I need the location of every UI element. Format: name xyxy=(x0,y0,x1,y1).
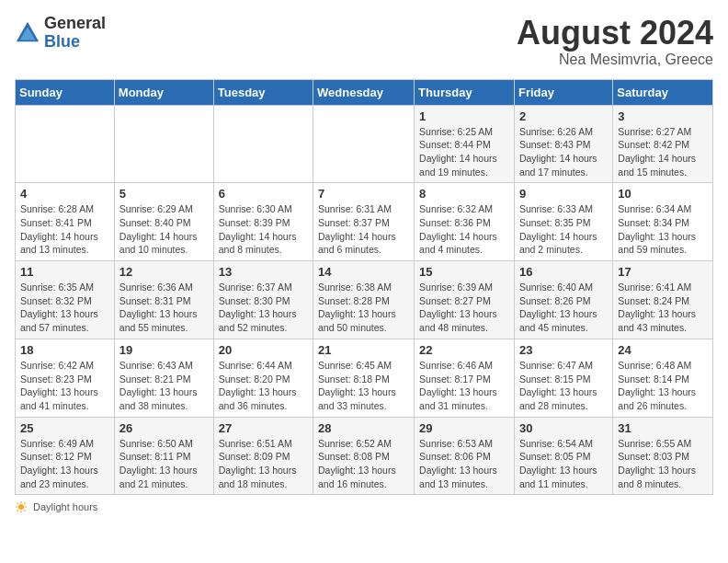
day-number: 17 xyxy=(618,265,708,279)
day-info: Sunrise: 6:38 AM Sunset: 8:28 PM Dayligh… xyxy=(318,281,409,335)
calendar-cell: 7Sunrise: 6:31 AM Sunset: 8:37 PM Daylig… xyxy=(313,183,415,261)
calendar-week-row: 18Sunrise: 6:42 AM Sunset: 8:23 PM Dayli… xyxy=(16,339,713,417)
day-number: 23 xyxy=(519,343,608,357)
day-info: Sunrise: 6:45 AM Sunset: 8:18 PM Dayligh… xyxy=(318,359,409,413)
day-number: 5 xyxy=(119,187,209,201)
day-info: Sunrise: 6:29 AM Sunset: 8:40 PM Dayligh… xyxy=(119,202,209,257)
calendar-table: SundayMondayTuesdayWednesdayThursdayFrid… xyxy=(15,79,713,496)
calendar-cell: 31Sunrise: 6:55 AM Sunset: 8:03 PM Dayli… xyxy=(613,417,713,495)
calendar-cell: 29Sunrise: 6:53 AM Sunset: 8:06 PM Dayli… xyxy=(415,417,515,495)
day-info: Sunrise: 6:39 AM Sunset: 8:27 PM Dayligh… xyxy=(419,281,509,335)
weekday-header-friday: Friday xyxy=(514,79,612,105)
day-info: Sunrise: 6:53 AM Sunset: 8:06 PM Dayligh… xyxy=(419,437,509,491)
calendar-cell: 26Sunrise: 6:50 AM Sunset: 8:11 PM Dayli… xyxy=(114,417,213,495)
calendar-cell: 14Sunrise: 6:38 AM Sunset: 8:28 PM Dayli… xyxy=(313,261,415,339)
weekday-header-thursday: Thursday xyxy=(415,79,515,105)
day-info: Sunrise: 6:41 AM Sunset: 8:24 PM Dayligh… xyxy=(618,281,708,335)
calendar-cell: 10Sunrise: 6:34 AM Sunset: 8:34 PM Dayli… xyxy=(613,183,713,261)
day-number: 20 xyxy=(219,343,308,357)
day-info: Sunrise: 6:43 AM Sunset: 8:21 PM Dayligh… xyxy=(119,359,209,413)
title-block: August 2024 Nea Mesimvria, Greece xyxy=(517,15,713,68)
calendar-cell: 5Sunrise: 6:29 AM Sunset: 8:40 PM Daylig… xyxy=(114,183,213,261)
day-info: Sunrise: 6:44 AM Sunset: 8:20 PM Dayligh… xyxy=(219,359,308,413)
day-info: Sunrise: 6:47 AM Sunset: 8:15 PM Dayligh… xyxy=(519,359,608,413)
footer-note: Daylight hours xyxy=(15,500,713,513)
calendar-cell: 30Sunrise: 6:54 AM Sunset: 8:05 PM Dayli… xyxy=(514,417,612,495)
day-info: Sunrise: 6:35 AM Sunset: 8:32 PM Dayligh… xyxy=(20,281,109,335)
calendar-cell: 9Sunrise: 6:33 AM Sunset: 8:35 PM Daylig… xyxy=(514,183,612,261)
day-info: Sunrise: 6:26 AM Sunset: 8:43 PM Dayligh… xyxy=(519,125,608,179)
calendar-cell: 13Sunrise: 6:37 AM Sunset: 8:30 PM Dayli… xyxy=(213,261,313,339)
calendar-cell: 27Sunrise: 6:51 AM Sunset: 8:09 PM Dayli… xyxy=(213,417,313,495)
day-number: 8 xyxy=(419,187,509,201)
day-number: 28 xyxy=(318,421,409,435)
sun-icon xyxy=(15,500,28,513)
day-number: 24 xyxy=(618,343,708,357)
day-number: 29 xyxy=(419,421,509,435)
day-number: 31 xyxy=(618,421,708,435)
weekday-header-wednesday: Wednesday xyxy=(313,79,415,105)
day-info: Sunrise: 6:34 AM Sunset: 8:34 PM Dayligh… xyxy=(618,202,708,257)
day-info: Sunrise: 6:25 AM Sunset: 8:44 PM Dayligh… xyxy=(419,125,509,179)
calendar-week-row: 25Sunrise: 6:49 AM Sunset: 8:12 PM Dayli… xyxy=(16,417,713,495)
day-info: Sunrise: 6:42 AM Sunset: 8:23 PM Dayligh… xyxy=(20,359,109,413)
calendar-cell: 11Sunrise: 6:35 AM Sunset: 8:32 PM Dayli… xyxy=(16,261,115,339)
day-info: Sunrise: 6:46 AM Sunset: 8:17 PM Dayligh… xyxy=(419,359,509,413)
day-number: 7 xyxy=(318,187,409,201)
svg-line-9 xyxy=(24,503,25,504)
day-info: Sunrise: 6:49 AM Sunset: 8:12 PM Dayligh… xyxy=(20,437,109,491)
day-info: Sunrise: 6:32 AM Sunset: 8:36 PM Dayligh… xyxy=(419,202,509,257)
day-number: 4 xyxy=(20,187,109,201)
calendar-cell: 8Sunrise: 6:32 AM Sunset: 8:36 PM Daylig… xyxy=(415,183,515,261)
calendar-week-row: 4Sunrise: 6:28 AM Sunset: 8:41 PM Daylig… xyxy=(16,183,713,261)
day-number: 21 xyxy=(318,343,409,357)
calendar-cell: 19Sunrise: 6:43 AM Sunset: 8:21 PM Dayli… xyxy=(114,339,213,417)
logo-blue-text: Blue xyxy=(44,33,106,52)
day-number: 25 xyxy=(20,421,109,435)
calendar-cell: 17Sunrise: 6:41 AM Sunset: 8:24 PM Dayli… xyxy=(613,261,713,339)
day-info: Sunrise: 6:27 AM Sunset: 8:42 PM Dayligh… xyxy=(618,125,708,179)
day-info: Sunrise: 6:30 AM Sunset: 8:39 PM Dayligh… xyxy=(219,202,308,257)
day-number: 16 xyxy=(519,265,608,279)
calendar-cell: 25Sunrise: 6:49 AM Sunset: 8:12 PM Dayli… xyxy=(16,417,115,495)
svg-line-8 xyxy=(24,510,25,511)
weekday-header-sunday: Sunday xyxy=(16,79,115,105)
calendar-cell xyxy=(114,105,213,183)
calendar-cell: 18Sunrise: 6:42 AM Sunset: 8:23 PM Dayli… xyxy=(16,339,115,417)
location-text: Nea Mesimvria, Greece xyxy=(517,52,713,68)
svg-line-10 xyxy=(17,510,18,511)
day-number: 14 xyxy=(318,265,409,279)
day-info: Sunrise: 6:55 AM Sunset: 8:03 PM Dayligh… xyxy=(618,437,708,491)
day-info: Sunrise: 6:48 AM Sunset: 8:14 PM Dayligh… xyxy=(618,359,708,413)
day-number: 27 xyxy=(219,421,308,435)
day-number: 30 xyxy=(519,421,608,435)
calendar-cell: 22Sunrise: 6:46 AM Sunset: 8:17 PM Dayli… xyxy=(415,339,515,417)
day-info: Sunrise: 6:54 AM Sunset: 8:05 PM Dayligh… xyxy=(519,437,608,491)
calendar-cell: 21Sunrise: 6:45 AM Sunset: 8:18 PM Dayli… xyxy=(313,339,415,417)
logo: General Blue xyxy=(15,15,106,52)
day-number: 19 xyxy=(119,343,209,357)
calendar-cell: 15Sunrise: 6:39 AM Sunset: 8:27 PM Dayli… xyxy=(415,261,515,339)
calendar-cell: 23Sunrise: 6:47 AM Sunset: 8:15 PM Dayli… xyxy=(514,339,612,417)
calendar-cell xyxy=(213,105,313,183)
logo-icon xyxy=(15,20,40,46)
calendar-cell: 20Sunrise: 6:44 AM Sunset: 8:20 PM Dayli… xyxy=(213,339,313,417)
day-info: Sunrise: 6:40 AM Sunset: 8:26 PM Dayligh… xyxy=(519,281,608,335)
calendar-cell: 1Sunrise: 6:25 AM Sunset: 8:44 PM Daylig… xyxy=(415,105,515,183)
weekday-header-tuesday: Tuesday xyxy=(213,79,313,105)
calendar-cell: 6Sunrise: 6:30 AM Sunset: 8:39 PM Daylig… xyxy=(213,183,313,261)
calendar-cell: 4Sunrise: 6:28 AM Sunset: 8:41 PM Daylig… xyxy=(16,183,115,261)
logo-text: General Blue xyxy=(44,15,106,52)
page-header: General Blue August 2024 Nea Mesimvria, … xyxy=(15,15,713,68)
day-info: Sunrise: 6:28 AM Sunset: 8:41 PM Dayligh… xyxy=(20,202,109,257)
day-number: 18 xyxy=(20,343,109,357)
weekday-header-row: SundayMondayTuesdayWednesdayThursdayFrid… xyxy=(16,79,713,105)
logo-general-text: General xyxy=(44,15,106,33)
day-info: Sunrise: 6:50 AM Sunset: 8:11 PM Dayligh… xyxy=(119,437,209,491)
calendar-week-row: 11Sunrise: 6:35 AM Sunset: 8:32 PM Dayli… xyxy=(16,261,713,339)
calendar-cell: 3Sunrise: 6:27 AM Sunset: 8:42 PM Daylig… xyxy=(613,105,713,183)
weekday-header-monday: Monday xyxy=(114,79,213,105)
svg-point-2 xyxy=(18,504,24,510)
day-number: 12 xyxy=(119,265,209,279)
day-info: Sunrise: 6:51 AM Sunset: 8:09 PM Dayligh… xyxy=(219,437,308,491)
